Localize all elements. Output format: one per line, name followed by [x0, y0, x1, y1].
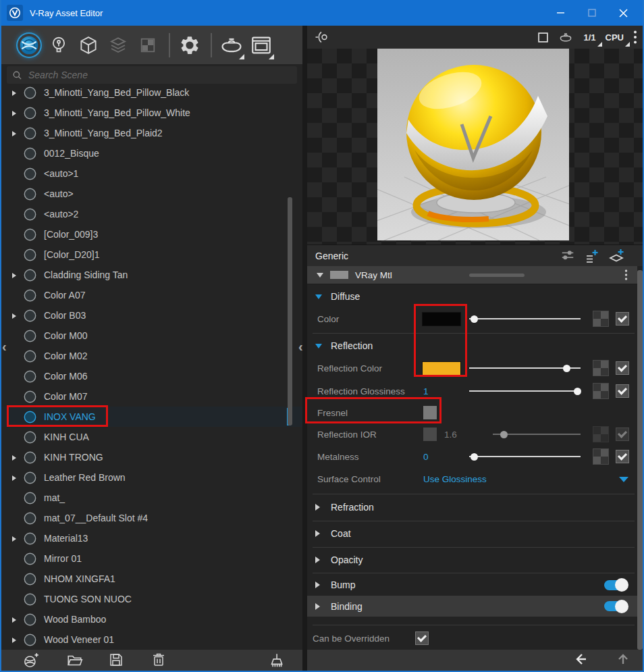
back-arrow-icon[interactable] — [574, 652, 587, 666]
section-header-binding[interactable]: Binding — [307, 596, 637, 617]
material-list-item[interactable]: <auto>1 — [1, 163, 302, 184]
purge-unused-icon[interactable] — [267, 652, 285, 669]
preview-swatches-toggle-icon[interactable] — [314, 29, 330, 45]
collapse-left-panel-icon[interactable]: ‹ — [2, 340, 7, 353]
add-layer-list-icon[interactable] — [583, 248, 599, 264]
surface-control-dropdown[interactable]: Use Glossiness — [423, 474, 487, 484]
reflection-texture-slot[interactable] — [593, 360, 609, 376]
frame-buffer-icon[interactable] — [250, 34, 273, 57]
slider-handle[interactable] — [471, 315, 478, 323]
material-list-item[interactable]: 3_Minotti_Yang_Bed_Plaid2 — [1, 123, 302, 143]
reflection-enabled-checkbox[interactable] — [616, 361, 629, 375]
diffuse-amount-slider[interactable] — [469, 318, 581, 319]
section-header-opacity[interactable]: Opacity — [307, 548, 637, 571]
override-checkbox[interactable] — [415, 631, 429, 645]
material-list-item[interactable]: TUONG SON NUOC — [1, 589, 302, 609]
glossiness-enabled-checkbox[interactable] — [616, 384, 629, 398]
slider-settings-icon[interactable] — [560, 248, 575, 264]
material-list-item[interactable]: Cladding Siding Tan — [1, 265, 302, 285]
material-list-item[interactable]: [Color_D20]1 — [1, 244, 302, 265]
add-material-icon[interactable] — [22, 652, 40, 669]
search-input[interactable] — [27, 69, 292, 81]
material-list-item[interactable]: KINH TRONG — [1, 447, 302, 467]
metalness-enabled-checkbox[interactable] — [616, 450, 629, 463]
geometries-tab-icon[interactable] — [77, 34, 100, 57]
lights-tab-icon[interactable] — [47, 34, 70, 57]
close-button[interactable] — [608, 0, 639, 26]
render-teapot-icon[interactable] — [558, 29, 574, 45]
ior-lock-checkbox[interactable] — [423, 428, 437, 441]
section-header-reflection[interactable]: Reflection — [307, 336, 637, 356]
inspector-scrollbar-thumb[interactable] — [637, 270, 643, 650]
textures-tab-icon[interactable] — [136, 34, 159, 57]
save-icon[interactable] — [108, 652, 126, 669]
expand-arrow-icon[interactable] — [12, 614, 22, 625]
metalness-texture-slot[interactable] — [593, 448, 609, 465]
panel-divider[interactable] — [302, 26, 307, 671]
param-value[interactable]: 0 — [423, 452, 429, 462]
material-list-item[interactable]: mat_ — [1, 488, 302, 508]
expand-arrow-icon[interactable] — [12, 128, 22, 138]
material-list-item[interactable]: Color M02 — [1, 346, 302, 366]
reflection-color-swatch[interactable] — [422, 361, 461, 376]
material-list-item[interactable]: INOX VANG — [1, 407, 302, 427]
drag-handle[interactable] — [469, 274, 525, 277]
param-value[interactable]: 1 — [423, 386, 429, 396]
section-header-coat[interactable]: Coat — [307, 522, 637, 545]
fresnel-checkbox[interactable] — [423, 406, 437, 419]
slider-handle[interactable] — [563, 365, 570, 372]
material-list-item[interactable]: Mirror 01 — [1, 548, 302, 569]
material-list-item[interactable]: Wood Bamboo — [1, 609, 302, 629]
expand-arrow-icon[interactable] — [12, 87, 22, 98]
section-header-bump[interactable]: Bump — [307, 574, 637, 596]
material-list-item[interactable]: Color M07 — [1, 386, 302, 407]
material-list-item[interactable]: mat_07__Default Slot #4 — [1, 508, 302, 528]
material-list-item[interactable]: Wood Veneer 01 — [1, 629, 302, 650]
reflection-amount-slider[interactable] — [469, 367, 581, 369]
expand-arrow-icon[interactable] — [12, 310, 22, 321]
diffuse-color-swatch[interactable] — [422, 312, 461, 326]
collapse-triangle-icon[interactable] — [317, 273, 323, 278]
section-header-refraction[interactable]: Refraction — [307, 496, 637, 519]
kebab-menu-icon[interactable] — [633, 30, 637, 45]
slider-handle[interactable] — [574, 388, 581, 395]
glossiness-texture-slot[interactable] — [593, 383, 609, 399]
settings-tab-icon[interactable] — [178, 34, 201, 57]
glossiness-slider[interactable] — [469, 390, 581, 392]
material-list-item[interactable]: <auto> — [1, 184, 302, 204]
minimize-button[interactable] — [545, 0, 576, 26]
maximize-button[interactable] — [576, 0, 608, 26]
expand-arrow-icon[interactable] — [12, 472, 22, 483]
layers-tab-icon[interactable] — [107, 34, 130, 57]
material-layer-row[interactable]: VRay Mtl — [307, 266, 637, 284]
material-list-item[interactable]: 3_Minotti_Yang_Bed_Pillow_Black — [1, 82, 302, 103]
material-list-item[interactable]: Color M00 — [1, 326, 302, 346]
binding-toggle[interactable] — [604, 601, 627, 611]
slider-handle[interactable] — [471, 453, 478, 461]
material-list-item[interactable]: Leather Red Brown — [1, 467, 302, 488]
expand-arrow-icon[interactable] — [12, 107, 22, 118]
bump-toggle[interactable] — [604, 580, 627, 590]
delete-icon[interactable] — [151, 652, 168, 669]
materials-tab-icon[interactable] — [18, 34, 41, 57]
section-header-diffuse[interactable]: Diffuse — [307, 287, 637, 306]
material-list-item[interactable]: 3_Minotti_Yang_Bed_Pillow_White — [1, 103, 302, 123]
render-with-vray-icon[interactable] — [220, 34, 243, 57]
material-list-item[interactable]: Color B03 — [1, 305, 302, 326]
expand-arrow-icon[interactable] — [12, 634, 22, 645]
render-engine-value[interactable]: CPU — [606, 32, 624, 43]
collapse-divider-icon[interactable]: ‹ — [298, 340, 303, 353]
material-list-item[interactable]: 0012_Bisque — [1, 143, 302, 163]
up-arrow-icon[interactable] — [616, 652, 630, 666]
material-list-item[interactable]: [Color_009]3 — [1, 224, 302, 244]
list-scrollbar-thumb[interactable] — [288, 197, 292, 425]
viewport-render-icon[interactable] — [538, 32, 548, 43]
material-list-item[interactable]: <auto>2 — [1, 204, 302, 224]
render-quality-value[interactable]: 1/1 — [583, 32, 595, 43]
material-list-item[interactable]: Color M06 — [1, 366, 302, 386]
chevron-down-icon[interactable] — [619, 477, 628, 482]
open-file-icon[interactable] — [66, 652, 84, 669]
material-list-item[interactable]: KINH CUA — [1, 427, 302, 447]
material-list-item[interactable]: Color A07 — [1, 285, 302, 305]
layer-menu-icon[interactable] — [624, 269, 628, 281]
